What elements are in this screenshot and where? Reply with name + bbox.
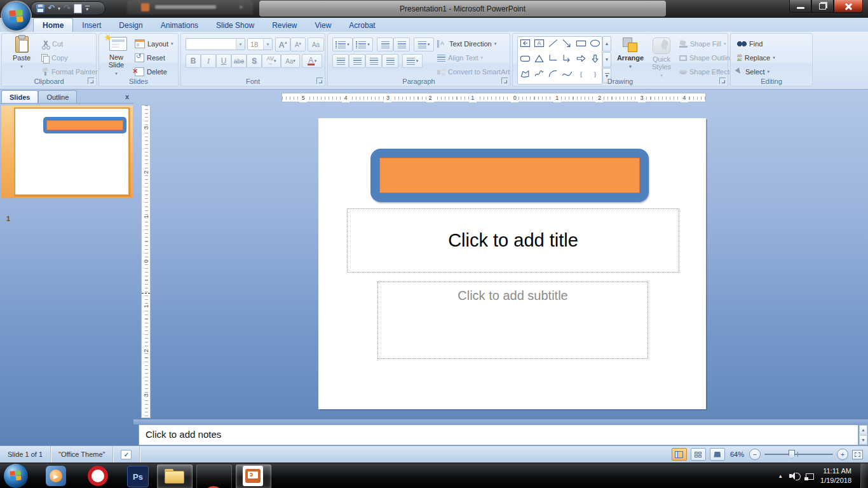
new-document-icon[interactable] — [74, 4, 82, 13]
rounded-rectangle-shape[interactable] — [370, 149, 649, 202]
shape-fill-button[interactable]: Shape Fill ▾ — [679, 37, 726, 50]
drawing-dialog-launcher[interactable] — [719, 78, 726, 84]
align-right-button[interactable] — [365, 54, 382, 68]
tab-slide-show[interactable]: Slide Show — [207, 18, 263, 32]
shape-elbow-connector-icon[interactable] — [547, 53, 559, 66]
bullets-dropdown-icon[interactable]: ▾ — [347, 42, 349, 47]
underline-button[interactable]: U — [216, 54, 231, 68]
media-player-icon[interactable]: ▶ — [46, 466, 66, 486]
tab-animations[interactable]: Animations — [152, 18, 207, 32]
shape-effects-button[interactable]: Shape Effects ▾ — [679, 65, 738, 78]
shape-oval-icon[interactable] — [589, 38, 601, 51]
tab-home[interactable]: Home — [33, 18, 73, 32]
spell-check-button[interactable]: ✓ — [113, 446, 140, 463]
slide-sorter-view-button[interactable] — [691, 448, 706, 461]
copy-button[interactable]: Copy — [41, 51, 68, 64]
format-painter-button[interactable]: Format Painter — [41, 65, 98, 78]
bullets-button[interactable]: ▾ — [332, 37, 353, 51]
restore-button[interactable] — [811, 0, 834, 13]
show-desktop-button[interactable] — [860, 463, 868, 488]
justify-button[interactable] — [382, 54, 398, 68]
grow-font-button[interactable]: A▴ — [275, 37, 290, 51]
zoom-out-button[interactable]: − — [749, 449, 761, 460]
new-slide-dropdown-icon[interactable]: ▾ — [115, 70, 118, 78]
panel-close-icon[interactable]: x — [123, 92, 132, 101]
reset-button[interactable]: Reset — [135, 51, 165, 64]
tab-outline-pane[interactable]: Outline — [38, 90, 77, 104]
arrange-button[interactable]: Arrange ▾ — [614, 37, 646, 71]
opera-icon[interactable] — [88, 466, 108, 486]
network-icon[interactable] — [804, 472, 814, 480]
minimize-button[interactable] — [789, 0, 811, 13]
tab-slides-pane[interactable]: Slides — [1, 90, 38, 104]
tab-view[interactable]: View — [306, 18, 341, 32]
background-window-tab[interactable]: × — [127, 0, 253, 15]
find-button[interactable]: Find — [737, 37, 763, 50]
file-explorer-icon[interactable] — [164, 466, 184, 486]
shape-elbow-arrow-connector-icon[interactable] — [561, 53, 573, 66]
shape-triangle-icon[interactable] — [533, 53, 545, 66]
slide-thumbnail[interactable] — [14, 107, 130, 196]
convert-to-smartart-button[interactable]: Convert to SmartArt ▾ — [437, 65, 515, 78]
hidden-icons-arrow[interactable]: ▲ — [778, 473, 783, 479]
shape-text-box-icon[interactable]: A — [533, 38, 545, 51]
undo-icon[interactable]: ↶ — [48, 4, 55, 13]
notes-pane[interactable]: Click to add notes — [139, 424, 858, 445]
clear-formatting-button[interactable]: Aa — [308, 37, 324, 51]
chrome-task-frame[interactable] — [196, 464, 232, 488]
fit-slide-to-window-button[interactable] — [852, 450, 863, 459]
font-name-combo[interactable]: ▾ — [186, 38, 245, 50]
align-left-button[interactable] — [332, 54, 349, 68]
tab-design[interactable]: Design — [110, 18, 151, 32]
character-spacing-button[interactable]: AV↔ ▾ — [262, 54, 281, 68]
subtitle-placeholder[interactable]: Click to add subtitle — [377, 281, 648, 359]
notes-scroll-up-icon[interactable]: ▲ — [859, 425, 867, 435]
shape-action-button-back-icon[interactable] — [519, 38, 531, 51]
notes-scrollbar[interactable]: ▲ ▼ — [858, 424, 868, 445]
close-button[interactable] — [834, 0, 863, 13]
italic-button[interactable]: I — [201, 54, 216, 68]
increase-indent-button[interactable] — [393, 37, 410, 51]
shrink-font-button[interactable]: A▾ — [290, 37, 306, 51]
title-placeholder[interactable]: Click to add title — [347, 208, 679, 273]
shapes-scroll-up-button[interactable]: ▲ — [602, 36, 611, 51]
photoshop-icon[interactable]: Ps — [127, 466, 149, 487]
columns-button[interactable]: ▾ — [402, 54, 423, 68]
shape-rectangle-icon[interactable] — [575, 38, 587, 51]
columns-dropdown-icon[interactable]: ▾ — [416, 58, 419, 64]
delete-button[interactable]: Delete — [135, 65, 167, 78]
paste-dropdown-icon[interactable]: ▾ — [20, 63, 23, 71]
font-size-combo[interactable]: 18 ▾ — [247, 38, 273, 50]
numbering-button[interactable]: ▾ — [353, 37, 373, 51]
tab-review[interactable]: Review — [263, 18, 306, 32]
clipboard-dialog-launcher[interactable] — [88, 78, 94, 84]
normal-view-button[interactable] — [672, 448, 687, 461]
text-shadow-button[interactable]: S — [247, 54, 262, 68]
zoom-slider[interactable] — [764, 449, 833, 459]
font-color-button[interactable]: A ▾ — [302, 54, 322, 68]
qat-customize-icon[interactable]: ▾ — [85, 6, 90, 11]
text-direction-button[interactable]: Text Direction ▾ — [437, 37, 496, 50]
zoom-in-button[interactable]: + — [837, 449, 848, 460]
office-button[interactable] — [2, 2, 31, 30]
font-dialog-launcher[interactable] — [316, 78, 323, 84]
volume-icon[interactable] — [789, 472, 798, 480]
shape-line-icon[interactable] — [547, 38, 559, 51]
bold-button[interactable]: B — [186, 54, 201, 68]
new-slide-button[interactable]: New Slide ▾ — [102, 36, 130, 78]
change-case-button[interactable]: Aa▾ — [281, 54, 300, 68]
slide-canvas[interactable]: Click to add title Click to add subtitle — [318, 118, 706, 409]
line-spacing-dropdown-icon[interactable]: ▾ — [428, 42, 430, 47]
decrease-indent-button[interactable] — [377, 37, 393, 51]
align-center-button[interactable] — [349, 54, 365, 68]
powerpoint-icon[interactable] — [243, 466, 263, 486]
strikethrough-button[interactable]: abe — [231, 54, 247, 68]
zoom-slider-thumb[interactable] — [789, 450, 795, 459]
taskbar-clock[interactable]: 11:11 AM 1/19/2018 — [820, 466, 851, 485]
notes-splitter[interactable] — [133, 419, 868, 424]
slide-show-view-button[interactable] — [710, 448, 725, 461]
tab-acrobat[interactable]: Acrobat — [340, 18, 384, 32]
layout-button[interactable]: Layout ▾ — [135, 37, 173, 50]
shape-rounded-rectangle-icon[interactable] — [519, 53, 531, 66]
undo-dropdown-icon[interactable]: ▾ — [58, 6, 60, 11]
